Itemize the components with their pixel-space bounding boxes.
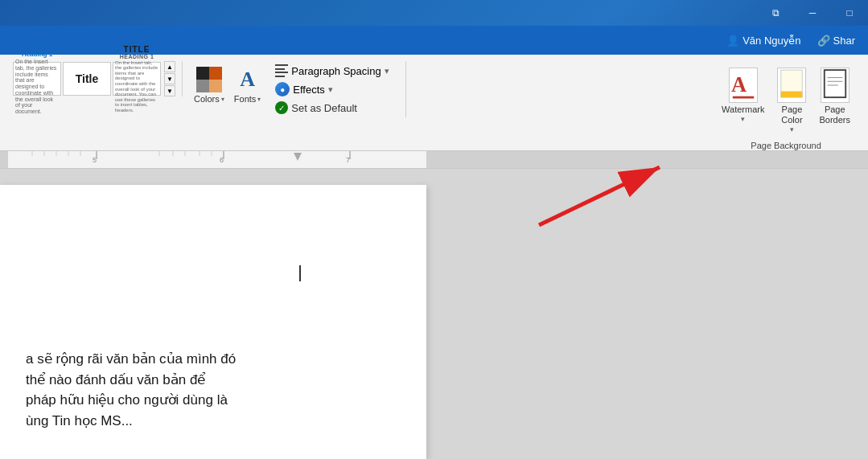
effects-dropdown: ▾ [328,84,333,95]
gallery-scroll: ▲ ▼ ▼ [164,61,175,96]
page-color-button[interactable]: Page Color ▾ [772,64,811,137]
page-background-section-label: Page Background [751,141,821,150]
watermark-button[interactable]: A Watermark ▾ [717,64,769,127]
ruler-content: 5 6 7 [0,151,868,169]
user-name-label: Văn Nguyễn [743,35,800,47]
fonts-icon: A [235,67,261,92]
set-as-default-button[interactable]: ✓ Set as Default [272,100,392,116]
svg-rect-13 [0,151,8,169]
user-name-button[interactable]: 👤 Văn Nguyễn [720,31,807,50]
user-icon: 👤 [726,35,739,47]
ribbon: le Heading 1 On the Insert tab, the gall… [0,55,868,151]
style-item-le[interactable]: le Heading 1 On the Insert tab, the gall… [13,62,61,96]
document-text: a sẽ rộng rãi văn bản của mình đó thể nà… [26,349,401,431]
svg-text:7: 7 [346,156,350,164]
document-area: a sẽ rộng rãi văn bản của mình đó thể nà… [0,169,868,459]
check-icon: ✓ [275,101,288,114]
page-borders-label: Page Borders [819,105,850,125]
document-page[interactable]: a sẽ rộng rãi văn bản của mình đó thể nà… [0,185,426,459]
effects-label: Effects [293,84,325,96]
svg-rect-7 [781,92,802,98]
scroll-more-button[interactable]: ▼ [164,85,175,96]
share-label: Shar [833,35,855,47]
title-style-label: Title [76,72,99,85]
page-color-label: Page Color ▾ [781,105,802,134]
para-effects-section: Paragraph Spacing ▾ ● Effects ▾ ✓ Set as… [265,61,398,117]
svg-rect-3 [209,80,222,92]
set-as-default-label: Set as Default [291,102,357,114]
svg-rect-0 [196,67,209,80]
svg-text:A: A [731,72,747,96]
svg-text:5: 5 [93,156,97,164]
fonts-button[interactable]: A Fonts ▾ [229,61,266,109]
page-borders-icon [821,68,849,103]
style-gallery-section: le Heading 1 On the Insert tab, the gall… [6,61,183,96]
colors-label: Colors ▾ [194,94,224,104]
colors-button[interactable]: Colors ▾ [189,61,229,109]
share-icon: 🔗 [817,35,830,47]
watermark-label: Watermark ▾ [722,105,764,124]
effects-button[interactable]: ● Effects ▾ [272,80,392,98]
svg-rect-1 [209,67,222,80]
scroll-up-button[interactable]: ▲ [164,61,175,72]
doc-line-2: thể nào đánh dấu văn bản để [26,370,401,391]
effects-icon: ● [275,82,290,96]
colors-icon [196,67,222,92]
svg-rect-8 [825,70,845,97]
paragraph-spacing-label: Paragraph Spacing [291,65,381,77]
style-item-title[interactable]: Title [63,62,111,96]
doc-line-4: ùng Tin học MS... [26,411,401,432]
style-row-1: le Heading 1 On the Insert tab, the gall… [13,62,161,96]
svg-rect-14 [426,151,868,169]
watermark-icon: A [729,68,758,103]
colors-dropdown-arrow: ▾ [221,96,224,103]
paragraph-spacing-icon [275,64,288,77]
fonts-dropdown-arrow: ▾ [257,96,261,103]
style-item-heading1[interactable]: TITLE HEADING 1 On the Insert tab, the g… [113,62,161,96]
text-cursor [299,265,301,281]
scroll-down-button[interactable]: ▼ [164,73,175,84]
svg-rect-2 [196,80,209,92]
title-bar-background [0,0,868,26]
style-items: le Heading 1 On the Insert tab, the gall… [13,62,161,96]
share-button[interactable]: 🔗 Shar [811,31,862,50]
page-borders-button[interactable]: Page Borders [814,64,855,129]
paragraph-spacing-dropdown: ▾ [385,66,389,76]
fonts-label: Fonts ▾ [234,94,261,104]
svg-text:6: 6 [220,156,224,164]
title-bar: ⧉ ─ □ [0,0,868,26]
page-background-buttons: A Watermark ▾ [717,61,855,141]
ribbon-content: le Heading 1 On the Insert tab, the gall… [6,58,862,150]
page-color-icon [777,68,806,103]
doc-line-3: pháp hữu hiệu cho người dùng là [26,390,401,411]
ruler: 5 6 7 [0,151,868,169]
page-background-section: A Watermark ▾ [710,61,862,150]
document-formatting-section: Colors ▾ A Fonts ▾ [183,61,406,117]
doc-line-1: a sẽ rộng rãi văn bản của mình đó [26,349,401,370]
paragraph-spacing-button[interactable]: Paragraph Spacing ▾ [272,63,392,79]
